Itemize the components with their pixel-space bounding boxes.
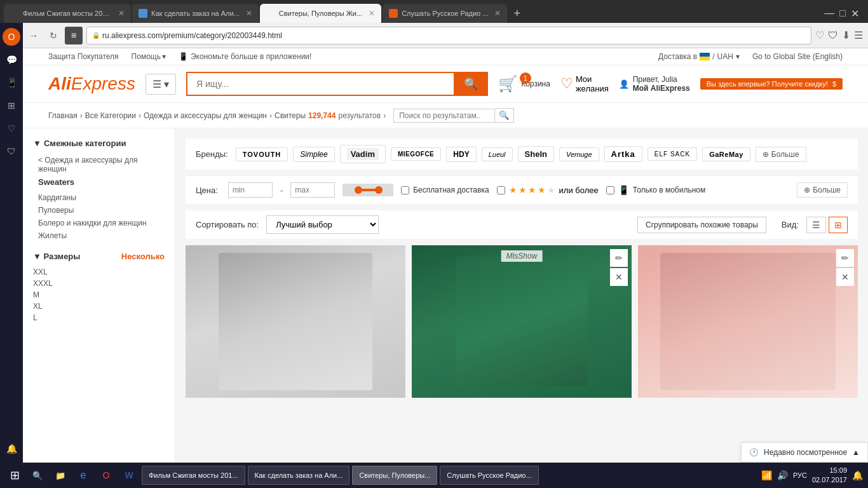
grid-view-button[interactable]: ⊞ bbox=[829, 217, 848, 233]
rating-checkbox[interactable] bbox=[497, 186, 505, 194]
taskbar-language[interactable]: РУС bbox=[793, 471, 807, 479]
taskbar-network-icon[interactable]: 📶 bbox=[761, 470, 772, 480]
first-time-banner[interactable]: Вы здесь впервые? Получите скидку! $ bbox=[700, 78, 843, 90]
brand-hdy[interactable]: HDY bbox=[446, 147, 476, 162]
size-xl[interactable]: XL bbox=[33, 301, 165, 312]
breadcrumb-category[interactable]: Свитеры bbox=[275, 111, 306, 120]
search-button[interactable]: 🔍 bbox=[454, 72, 488, 96]
cart-button[interactable]: 1 🛒 Корзина bbox=[498, 75, 550, 93]
recently-viewed-expand-icon[interactable]: ▲ bbox=[852, 448, 860, 457]
forward-button[interactable]: → bbox=[25, 28, 42, 43]
search-input[interactable] bbox=[186, 72, 454, 96]
parent-category-link[interactable]: < Одежда и аксессуары для женщин bbox=[33, 154, 165, 175]
brand-tovouth[interactable]: TOVOUTH bbox=[236, 147, 288, 161]
brand-simplee[interactable]: Simplee bbox=[293, 147, 334, 162]
taskbar-files-icon[interactable]: 📁 bbox=[50, 465, 71, 485]
brand-elfsack[interactable]: ELF SACK bbox=[648, 147, 697, 161]
close-window-button[interactable]: ✕ bbox=[851, 8, 859, 20]
product-3-close-button[interactable]: ✕ bbox=[836, 268, 854, 286]
tab-2-close[interactable]: ✕ bbox=[246, 9, 252, 18]
brand-shein[interactable]: SheIn bbox=[518, 146, 554, 162]
brand-lueul[interactable]: Lueul bbox=[482, 147, 513, 161]
browser-tab-4[interactable]: Слушать Русское Радио ... ✕ bbox=[383, 4, 507, 23]
opera-icon[interactable]: O bbox=[3, 28, 20, 46]
refresh-button[interactable]: ↻ bbox=[46, 28, 61, 43]
brand-garemay[interactable]: GaReMay bbox=[702, 147, 750, 161]
taskbar-edge-icon[interactable]: e bbox=[73, 465, 93, 485]
price-slider[interactable] bbox=[342, 184, 393, 196]
price-max-input[interactable] bbox=[290, 182, 335, 198]
help-link[interactable]: Помощь▾ bbox=[132, 52, 166, 61]
taskbar-app-1[interactable]: Фильм Сжигая мосты 201... bbox=[142, 466, 245, 485]
taskbar-app-3[interactable]: Свитеры, Пуловеры... bbox=[352, 466, 437, 485]
brand-miegofce[interactable]: MIEGOFCE bbox=[391, 147, 441, 161]
browser-tab-1[interactable]: Фильм Сжигая мосты 201... ✕ bbox=[4, 4, 131, 23]
breadcrumb-search-input[interactable] bbox=[393, 109, 495, 123]
global-site-link[interactable]: Go to Global Site (English) bbox=[752, 52, 843, 61]
taskbar-app-4[interactable]: Слушать Русское Радио... bbox=[440, 466, 538, 485]
size-xxxl[interactable]: XXXL bbox=[33, 278, 165, 289]
price-min-input[interactable] bbox=[228, 182, 273, 198]
browser-tab-3[interactable]: Свитеры, Пуловеры Жи... ✕ bbox=[260, 4, 381, 23]
current-category-link[interactable]: Sweaters bbox=[33, 176, 165, 188]
start-button[interactable]: ⊞ bbox=[5, 466, 25, 485]
address-bar[interactable]: 🔒 ru.aliexpress.com/premium/category/202… bbox=[86, 27, 811, 44]
shield-icon[interactable]: 🛡 bbox=[828, 30, 838, 41]
taskbar-word-icon[interactable]: W bbox=[119, 465, 139, 485]
taskbar-volume-icon[interactable]: 🔊 bbox=[777, 470, 788, 480]
taskbar-app-2[interactable]: Как сделать заказ на Али... bbox=[248, 466, 350, 485]
whatsapp-icon[interactable]: 📱 bbox=[3, 74, 20, 92]
tab-1-close[interactable]: ✕ bbox=[118, 9, 125, 18]
taskbar-notification-icon[interactable]: 🔔 bbox=[852, 470, 863, 480]
size-m[interactable]: M bbox=[33, 289, 165, 301]
group-similar-button[interactable]: Сгруппировать похожие товары bbox=[637, 217, 766, 233]
free-delivery-checkbox[interactable] bbox=[401, 186, 409, 194]
list-view-button[interactable]: ☰ bbox=[806, 217, 826, 233]
filter-more-button[interactable]: ⊕ Больше bbox=[797, 182, 848, 198]
messenger-icon[interactable]: 💬 bbox=[3, 51, 20, 69]
protection-link[interactable]: Защита Покупателя bbox=[48, 52, 119, 61]
product-card-2[interactable]: MisShow ✏ ✕ bbox=[412, 245, 632, 398]
mobile-only-checkbox[interactable] bbox=[606, 186, 614, 194]
taskbar-opera-icon[interactable]: O bbox=[96, 465, 116, 485]
product-2-close-button[interactable]: ✕ bbox=[610, 268, 628, 286]
subcategory-0[interactable]: Кардиганы bbox=[33, 192, 165, 203]
account-info[interactable]: Привет, Julia Мой AliExpress bbox=[633, 75, 690, 93]
brand-artka[interactable]: Artka bbox=[604, 146, 642, 162]
grid-icon[interactable]: ⊞ bbox=[3, 97, 20, 114]
product-2-edit-button[interactable]: ✏ bbox=[610, 249, 628, 267]
brands-more-button[interactable]: ⊕ Больше bbox=[756, 147, 806, 162]
browser-menu-button[interactable]: ⊞ bbox=[65, 27, 83, 44]
heart-sidebar-icon[interactable]: ♡ bbox=[3, 119, 20, 137]
shield-sidebar-icon[interactable]: 🛡 bbox=[3, 142, 20, 160]
download-icon[interactable]: ⬇ bbox=[842, 29, 850, 41]
brand-vadim[interactable]: Vadim bbox=[340, 145, 386, 163]
brand-vemuge[interactable]: Vemuge bbox=[559, 147, 599, 161]
size-xxl[interactable]: XXL bbox=[33, 266, 165, 278]
breadcrumb-search-button[interactable]: 🔍 bbox=[495, 108, 514, 123]
taskbar-search-icon[interactable]: 🔍 bbox=[27, 465, 48, 485]
size-l[interactable]: L bbox=[33, 312, 165, 323]
subcategory-2[interactable]: Болеро и накидки для женщин bbox=[33, 217, 165, 229]
recently-viewed[interactable]: 🕐 Недавно посмотренное ▲ bbox=[741, 442, 868, 463]
breadcrumb-all-categories[interactable]: Все Категории bbox=[85, 111, 136, 120]
breadcrumb-home[interactable]: Главная bbox=[48, 111, 78, 120]
maximize-button[interactable]: □ bbox=[839, 8, 846, 19]
browser-tab-2[interactable]: Как сделать заказ на Али... ✕ bbox=[132, 4, 259, 23]
bookmark-icon[interactable]: ♡ bbox=[815, 29, 824, 41]
breadcrumb-women-clothing[interactable]: Одежда и аксессуары для женщин bbox=[144, 111, 267, 120]
tab-3-close[interactable]: ✕ bbox=[369, 9, 375, 18]
wishlist-button[interactable]: ♡ Мои желания bbox=[560, 74, 609, 93]
menu-icon[interactable]: ☰ bbox=[854, 29, 863, 41]
product-3-edit-button[interactable]: ✏ bbox=[836, 249, 854, 267]
new-tab-button[interactable]: + bbox=[508, 4, 526, 23]
tab-4-close[interactable]: ✕ bbox=[494, 9, 501, 18]
subcategory-1[interactable]: Пуловеры bbox=[33, 205, 165, 216]
subcategory-3[interactable]: Жилеты bbox=[33, 230, 165, 241]
product-card-3[interactable]: ✏ ✕ bbox=[638, 245, 858, 398]
sort-select[interactable]: Лучший выбор Новинки Цена: по возрастани… bbox=[266, 215, 379, 234]
aliexpress-logo[interactable]: AliExpress bbox=[48, 74, 135, 94]
currency-dropdown-icon[interactable]: ▾ bbox=[736, 52, 740, 61]
categories-menu-button[interactable]: ☰ ▾ bbox=[146, 74, 176, 95]
product-card-1[interactable] bbox=[186, 245, 405, 398]
